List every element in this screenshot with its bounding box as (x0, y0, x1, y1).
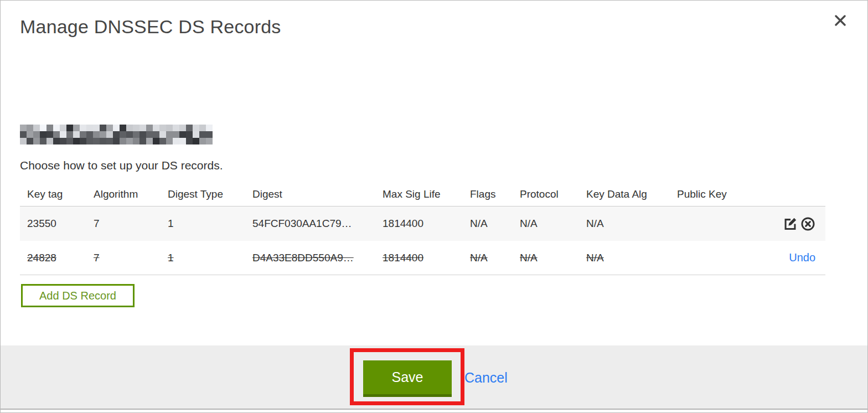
dnssec-modal: Manage DNSSEC DS Records Choose how to s… (0, 0, 868, 413)
cell-protocol: N/A (520, 218, 586, 230)
add-ds-record-button[interactable]: Add DS Record (21, 284, 135, 307)
cell-flags: N/A (470, 218, 520, 230)
column-header-digest: Digest (252, 188, 383, 200)
column-header-public-key: Public Key (677, 188, 759, 200)
cancel-link[interactable]: Cancel (464, 370, 508, 386)
edit-record-icon[interactable] (782, 216, 798, 231)
column-header-flags: Flags (470, 188, 520, 200)
cell-digest-type: 1 (168, 252, 252, 264)
modal-footer: Save Cancel (1, 345, 867, 410)
column-header-max-sig-life: Max Sig Life (383, 188, 470, 200)
instruction-text: Choose how to set up your DS records. (20, 159, 223, 172)
ds-records-table: Key tag Algorithm Digest Type Digest Max… (20, 182, 825, 275)
cell-key-tag: 23550 (27, 218, 94, 230)
cell-protocol: N/A (520, 252, 586, 264)
column-header-key-data-alg: Key Data Alg (586, 188, 677, 200)
row-actions (759, 216, 825, 231)
cell-digest: D4A33E8DD550A9… (252, 252, 383, 264)
close-icon[interactable] (832, 13, 849, 29)
table-header-row: Key tag Algorithm Digest Type Digest Max… (20, 182, 825, 206)
table-row-deleted: 24828 7 1 D4A33E8DD550A9… 1814400 N/A N/… (20, 241, 825, 275)
cell-digest: 54FCF030AA1C79… (252, 218, 383, 230)
table-row: 23550 7 1 54FCF030AA1C79… 1814400 N/A N/… (20, 206, 825, 241)
undo-link[interactable]: Undo (789, 251, 815, 264)
page-title: Manage DNSSEC DS Records (20, 16, 281, 38)
cell-algorithm: 7 (94, 252, 168, 264)
column-header-key-tag: Key tag (27, 188, 94, 200)
column-header-protocol: Protocol (520, 188, 586, 200)
redacted-domain (20, 125, 213, 144)
cell-key-data-alg: N/A (586, 218, 677, 230)
row-actions: Undo (759, 251, 825, 264)
cell-algorithm: 7 (94, 218, 168, 230)
column-header-digest-type: Digest Type (168, 188, 252, 200)
save-button[interactable]: Save (363, 360, 452, 397)
cell-max-sig-life: 1814400 (383, 252, 470, 264)
close-x-glyph (833, 13, 848, 28)
cell-key-data-alg: N/A (586, 252, 677, 264)
column-header-algorithm: Algorithm (94, 188, 168, 200)
cell-flags: N/A (470, 252, 520, 264)
cell-key-tag: 24828 (27, 252, 94, 264)
delete-record-icon[interactable] (800, 216, 815, 231)
cell-digest-type: 1 (168, 218, 252, 230)
cell-max-sig-life: 1814400 (383, 218, 470, 230)
